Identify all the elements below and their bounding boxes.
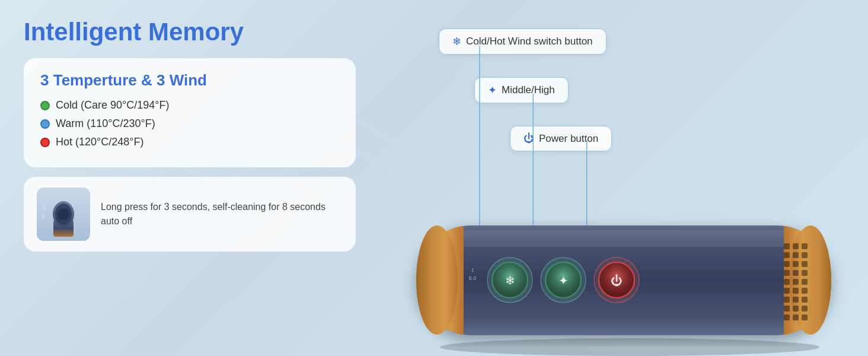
svg-rect-41 xyxy=(793,297,799,303)
svg-rect-29 xyxy=(793,261,799,267)
cold-wind-icon: ❄ xyxy=(452,35,461,48)
svg-rect-45 xyxy=(802,306,808,312)
power-icon: ⏻ xyxy=(524,132,534,145)
svg-rect-27 xyxy=(802,252,808,258)
svg-rect-37 xyxy=(784,288,790,294)
svg-rect-28 xyxy=(784,261,790,267)
svg-rect-46 xyxy=(784,314,790,320)
callout-power-label: Power button xyxy=(539,133,598,145)
callout-power: ⏻ Power button xyxy=(510,126,612,151)
svg-rect-44 xyxy=(793,306,799,312)
svg-text:✦: ✦ xyxy=(559,274,569,287)
feature-card: 3 Temperture & 3 Wind Cold (Care 90°C/19… xyxy=(24,58,356,167)
svg-rect-47 xyxy=(793,314,799,320)
svg-rect-39 xyxy=(802,288,808,294)
device-illustration: ↕ 6.0 ❄ ✦ ⏻ xyxy=(379,172,868,356)
fan-icon: ✦ xyxy=(488,84,497,97)
svg-rect-26 xyxy=(793,252,799,258)
svg-rect-40 xyxy=(784,297,790,303)
svg-rect-24 xyxy=(802,243,808,249)
svg-rect-36 xyxy=(802,279,808,285)
device-thumbnail xyxy=(37,187,90,241)
svg-rect-23 xyxy=(793,243,799,249)
svg-text:⏻: ⏻ xyxy=(611,274,623,287)
feature-subtitle: 3 Temperture & 3 Wind xyxy=(40,71,339,90)
svg-rect-32 xyxy=(793,270,799,276)
callout-middle-high: ✦ Middle/High xyxy=(474,77,569,103)
warm-indicator xyxy=(40,119,50,129)
hot-label: Hot (120°C/248°F) xyxy=(56,136,143,148)
svg-point-19 xyxy=(416,225,458,335)
svg-text:↕: ↕ xyxy=(471,266,474,273)
callout-cold-hot: ❄ Cold/Hot Wind switch button xyxy=(439,28,607,55)
callout-cold-hot-label: Cold/Hot Wind switch button xyxy=(466,36,593,47)
svg-rect-33 xyxy=(802,270,808,276)
main-content: Intelligent Memory 3 Temperture & 3 Wind… xyxy=(0,0,868,356)
svg-rect-38 xyxy=(793,288,799,294)
svg-text:❄: ❄ xyxy=(505,274,515,287)
cleaning-card: Long press for 3 seconds, self-cleaning … xyxy=(24,177,356,252)
svg-rect-48 xyxy=(802,314,808,320)
list-item: Hot (120°C/248°F) xyxy=(40,136,339,148)
svg-rect-35 xyxy=(793,279,799,285)
cold-indicator xyxy=(40,101,50,110)
left-panel: Intelligent Memory 3 Temperture & 3 Wind… xyxy=(0,0,379,356)
svg-point-15 xyxy=(440,338,819,356)
svg-rect-25 xyxy=(784,252,790,258)
cold-label: Cold (Care 90°C/194°F) xyxy=(56,99,169,112)
page-title: Intelligent Memory xyxy=(24,18,356,46)
list-item: Warm (110°C/230°F) xyxy=(40,117,339,130)
callout-middle-high-label: Middle/High xyxy=(502,84,555,96)
svg-rect-17 xyxy=(440,230,796,247)
svg-rect-31 xyxy=(784,270,790,276)
svg-point-4 xyxy=(58,208,69,220)
svg-rect-30 xyxy=(802,261,808,267)
svg-rect-34 xyxy=(784,279,790,285)
svg-text:6.0: 6.0 xyxy=(469,275,477,281)
list-item: Cold (Care 90°C/194°F) xyxy=(40,99,339,112)
cleaning-description: Long press for 3 seconds, self-cleaning … xyxy=(101,200,343,228)
hot-indicator xyxy=(40,138,50,147)
svg-rect-43 xyxy=(784,306,790,312)
warm-label: Warm (110°C/230°F) xyxy=(56,117,155,130)
right-panel: ❄ Cold/Hot Wind switch button ✦ Middle/H… xyxy=(379,0,868,356)
svg-rect-22 xyxy=(784,243,790,249)
svg-rect-42 xyxy=(802,297,808,303)
temperature-list: Cold (Care 90°C/194°F) Warm (110°C/230°F… xyxy=(40,99,339,148)
